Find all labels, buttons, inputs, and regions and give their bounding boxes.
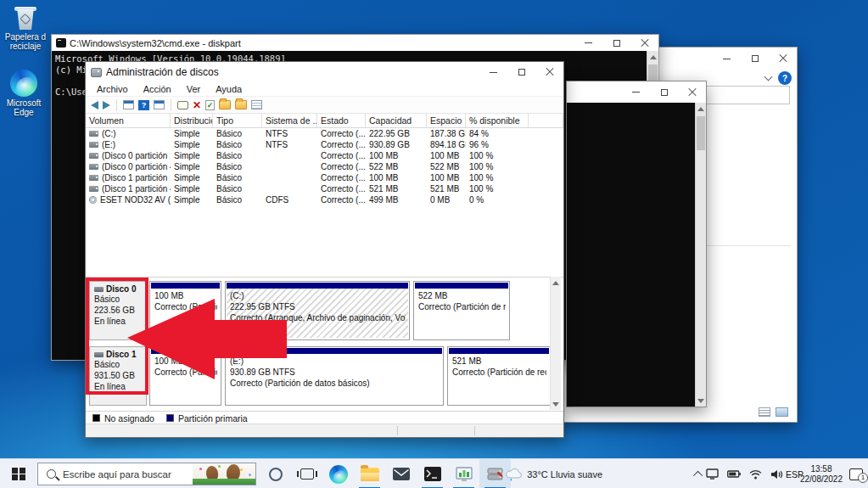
chevron-down-icon[interactable] bbox=[764, 73, 773, 81]
minimize-button[interactable] bbox=[574, 35, 602, 51]
taskbar-app-mail[interactable] bbox=[385, 459, 417, 488]
drive-icon bbox=[89, 153, 98, 159]
column-header[interactable]: Estado bbox=[317, 114, 366, 127]
minimize-button[interactable] bbox=[622, 81, 650, 103]
cmd-icon bbox=[424, 467, 441, 481]
menu-archivo[interactable]: Archivo bbox=[89, 84, 136, 94]
action-center-button[interactable]: 1 bbox=[849, 459, 863, 488]
maximize-button[interactable] bbox=[741, 48, 769, 70]
weather-widget[interactable]: 33°C Lluvia suave bbox=[506, 459, 602, 488]
volume-cell: Básico bbox=[213, 129, 262, 138]
forward-arrow-icon[interactable] bbox=[103, 101, 110, 109]
partition-box[interactable]: 521 MBCorrecto (Partición de recu bbox=[447, 346, 551, 406]
taskbar-app-task-view[interactable] bbox=[291, 459, 322, 488]
menu-ayuda[interactable]: Ayuda bbox=[208, 84, 249, 94]
scrollbar[interactable] bbox=[695, 103, 706, 407]
volume-cell: (Disco 0 partición 1) bbox=[86, 151, 171, 160]
console-window-icon[interactable] bbox=[123, 100, 134, 109]
volume-row[interactable]: (E:)SimpleBásicoNTFSCorrecto (...930.89 … bbox=[86, 139, 563, 150]
desktop-icon-recycle-bin[interactable]: Papelera d reciclaje bbox=[3, 5, 48, 51]
action-bubble-icon[interactable] bbox=[177, 101, 188, 109]
volume-cell: Correcto (... bbox=[317, 129, 366, 138]
taskbar-app-computer-management[interactable] bbox=[448, 459, 479, 488]
volume-table-header[interactable]: VolumenDistribuciónTipoSistema de ...Est… bbox=[86, 114, 563, 128]
volume-table: VolumenDistribuciónTipoSistema de ...Est… bbox=[86, 114, 563, 205]
delete-red-x-icon[interactable]: ✕ bbox=[193, 101, 201, 109]
tray-chevron[interactable] bbox=[696, 459, 703, 488]
graph-scrollbar[interactable] bbox=[550, 277, 561, 410]
cmd-titlebar[interactable]: C:\Windows\system32\cmd.exe - diskpart bbox=[52, 35, 658, 51]
edge-label: Microsoft Edge bbox=[2, 98, 46, 117]
close-button[interactable] bbox=[678, 81, 706, 103]
close-button[interactable] bbox=[769, 48, 797, 70]
check-document-icon[interactable]: ✓ bbox=[205, 100, 215, 110]
properties-icon[interactable] bbox=[251, 100, 262, 109]
volume-cell: 522 MB bbox=[427, 162, 466, 171]
primary-partition-band bbox=[151, 283, 220, 289]
monitor-icon[interactable] bbox=[706, 468, 719, 480]
column-header[interactable]: Volumen bbox=[86, 114, 171, 127]
column-header[interactable]: % disponible bbox=[466, 114, 529, 127]
volume-cell: 100 MB bbox=[366, 151, 427, 160]
partition-text-line: 522 MB bbox=[418, 290, 506, 301]
partition-box[interactable]: 522 MBCorrecto (Partición de rec bbox=[413, 281, 510, 340]
details-view-icon[interactable] bbox=[776, 407, 788, 417]
maximize-button[interactable] bbox=[507, 62, 535, 82]
volume-row[interactable]: (Disco 0 partición 1)SimpleBásicoCorrect… bbox=[86, 150, 563, 161]
search-highlight-image[interactable] bbox=[193, 463, 255, 485]
volume-row[interactable]: (Disco 1 partición 4)SimpleBásicoCorrect… bbox=[86, 183, 563, 194]
dm-titlebar[interactable]: Administración de discos bbox=[86, 62, 563, 82]
partition-text-line: Correcto (Partición de rec bbox=[418, 301, 506, 312]
taskbar-app-cortana[interactable] bbox=[260, 459, 291, 488]
close-button[interactable] bbox=[630, 35, 658, 51]
volume-cell: Básico bbox=[213, 195, 262, 205]
column-header[interactable]: Espacio ... bbox=[427, 114, 466, 127]
back-arrow-icon[interactable] bbox=[91, 101, 98, 109]
close-button[interactable] bbox=[535, 62, 563, 82]
volume-row[interactable]: (Disco 1 partición 1)SimpleBásicoCorrect… bbox=[86, 172, 563, 183]
volume-table-body: (C:)SimpleBásicoNTFSCorrecto (...222.95 … bbox=[86, 128, 563, 205]
start-button[interactable] bbox=[0, 459, 37, 488]
disk-management-icon bbox=[487, 467, 504, 481]
maximize-button[interactable] bbox=[650, 81, 678, 103]
action-center-icon: 1 bbox=[849, 468, 863, 480]
clock[interactable]: 13:5822/08/2022 bbox=[800, 459, 843, 488]
menu-acción[interactable]: Acción bbox=[136, 84, 179, 94]
volume-cell: 100 MB bbox=[366, 173, 427, 182]
minimize-button[interactable] bbox=[713, 48, 741, 70]
volume-cell: (Disco 1 partición 1) bbox=[86, 173, 171, 182]
volume-cell: Correcto (... bbox=[317, 173, 366, 182]
volume-cell: 84 % bbox=[466, 129, 529, 138]
console-titlebar[interactable] bbox=[567, 81, 706, 103]
search-box[interactable]: Escribe aquí para buscar bbox=[37, 463, 256, 485]
volume-row[interactable]: ESET NOD32 AV (D:)SimpleBásicoCDFSCorrec… bbox=[86, 194, 563, 205]
volume-cell: Básico bbox=[213, 173, 262, 182]
list-view-icon[interactable] bbox=[759, 407, 770, 417]
weather-cloud-rain-icon bbox=[506, 468, 523, 481]
column-header[interactable]: Capacidad bbox=[366, 114, 427, 127]
partition-text-line: 521 MB bbox=[452, 356, 546, 367]
maximize-button[interactable] bbox=[602, 35, 630, 51]
help-icon[interactable]: ? bbox=[778, 71, 792, 85]
volume-cell: Básico bbox=[213, 151, 262, 160]
taskbar-app-file-explorer[interactable] bbox=[354, 459, 385, 488]
drive-icon bbox=[89, 142, 98, 148]
volume-row[interactable]: (C:)SimpleBásicoNTFSCorrecto (...222.95 … bbox=[86, 128, 563, 139]
secondary-console-window bbox=[566, 81, 707, 407]
battery-icon[interactable] bbox=[727, 470, 741, 478]
volume-icon[interactable] bbox=[770, 469, 783, 480]
wifi-icon[interactable] bbox=[749, 469, 762, 480]
volume-row[interactable]: (Disco 0 partición 4)SimpleBásicoCorrect… bbox=[86, 161, 563, 172]
help-icon[interactable]: ? bbox=[138, 100, 149, 110]
folder-search-icon[interactable] bbox=[235, 100, 247, 109]
column-header[interactable]: Sistema de ... bbox=[262, 114, 317, 127]
taskbar-app-cmd[interactable] bbox=[417, 459, 448, 488]
column-header[interactable]: Tipo bbox=[213, 114, 262, 127]
taskbar-app-edge[interactable] bbox=[322, 459, 354, 488]
column-header[interactable]: Distribución bbox=[171, 114, 213, 127]
minimize-button[interactable] bbox=[479, 62, 507, 82]
console-window-icon[interactable] bbox=[154, 100, 165, 109]
menu-ver[interactable]: Ver bbox=[179, 84, 209, 94]
folder-up-icon[interactable] bbox=[219, 100, 231, 109]
desktop-icon-edge[interactable]: Microsoft Edge bbox=[2, 70, 46, 117]
